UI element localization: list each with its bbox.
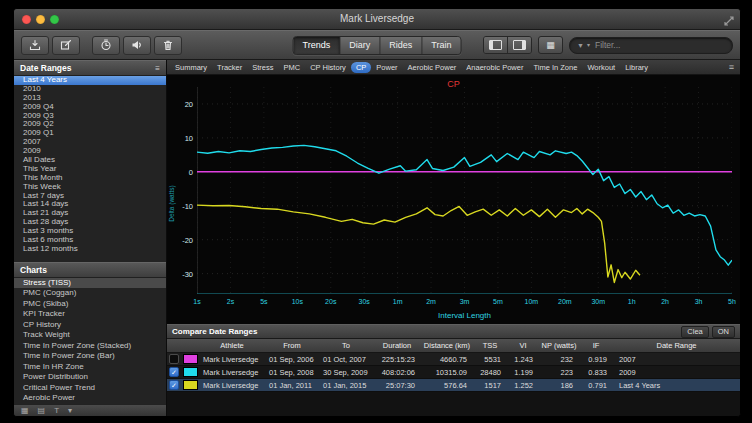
tab-workout[interactable]: Workout [582, 62, 620, 73]
tab-pmc[interactable]: PMC [279, 62, 306, 73]
sidebar-spacer [14, 254, 166, 262]
sidebar-item-2009[interactable]: 2009 [14, 147, 166, 156]
sidebar-item-track-weight[interactable]: Track Weight [14, 330, 166, 341]
sidebar-item-pmc-coggan[interactable]: PMC (Coggan) [14, 288, 166, 299]
sidebar-item-power-distribution[interactable]: Power Distribution [14, 372, 166, 383]
menu-icon[interactable]: ≡ [155, 64, 160, 73]
segment-rides[interactable]: Rides [380, 37, 422, 54]
charts-list: Stress (TISS)PMC (Coggan)PMC (Skiba)KPI … [14, 278, 166, 404]
tab-library[interactable]: Library [620, 62, 653, 73]
text-icon[interactable]: T [54, 407, 59, 415]
sidebar-item-last-12-months[interactable]: Last 12 months [14, 245, 166, 254]
plot-area[interactable] [197, 87, 732, 294]
sidebar-item-time-in-power-zone-stacked[interactable]: Time In Power Zone (Stacked) [14, 341, 166, 352]
x-tick-label: 1h [628, 298, 636, 305]
tab-tracker[interactable]: Tracker [212, 62, 247, 73]
table-row[interactable]: Mark Liversedge01 Sep, 200601 Oct, 20072… [167, 353, 740, 366]
sidebar-item-kpi-tracker[interactable]: KPI Tracker [14, 309, 166, 320]
list-icon[interactable]: ▤ [38, 407, 46, 415]
compose-button[interactable] [52, 36, 80, 55]
dropdown-icon[interactable]: ▾ [68, 407, 72, 415]
row-checkbox[interactable]: ✓ [169, 367, 179, 377]
compare-table-header: AthleteFromToDurationDistance (km)TSSVIN… [167, 339, 740, 353]
sidebar-item-time-in-power-zone-bar[interactable]: Time In Power Zone (Bar) [14, 351, 166, 362]
table-row[interactable]: ✓Mark Liversedge01 Sep, 200830 Sep, 2009… [167, 366, 740, 379]
sidebar-item-this-month[interactable]: This Month [14, 174, 166, 183]
sidebar-item-last-28-days[interactable]: Last 28 days [14, 218, 166, 227]
tab-cp[interactable]: CP [351, 62, 371, 73]
on-button[interactable]: ON [712, 326, 735, 338]
tab-summary[interactable]: Summary [170, 62, 212, 73]
col-duration: Duration [373, 341, 421, 350]
audio-button[interactable] [123, 36, 151, 55]
fullscreen-icon[interactable] [723, 13, 735, 25]
tab-cp-history[interactable]: CP History [305, 62, 351, 73]
toolbar-right: ▦ ▼ ▾ [483, 36, 733, 54]
sidebar-item-2010[interactable]: 2010 [14, 85, 166, 94]
row-checkbox[interactable] [169, 354, 179, 364]
toolbar: TrendsDiaryRidesTrain ▦ ▼ ▾ [14, 30, 740, 60]
timer-button[interactable] [92, 36, 120, 55]
zoom-button[interactable] [50, 15, 59, 24]
menu-icon[interactable]: ≡ [729, 62, 737, 72]
sidebar-item-last-14-days[interactable]: Last 14 days [14, 200, 166, 209]
sidebar-item-last-21-days[interactable]: Last 21 days [14, 209, 166, 218]
sidebar-item-cp-history[interactable]: CP History [14, 320, 166, 331]
segment-trends[interactable]: Trends [294, 37, 341, 54]
tab-power[interactable]: Power [371, 62, 402, 73]
minimize-button[interactable] [36, 15, 45, 24]
layout-right-icon [513, 40, 526, 50]
sidebar-item-2009-q3[interactable]: 2009 Q3 [14, 112, 166, 121]
sidebar-item-last-7-days[interactable]: Last 7 days [14, 192, 166, 201]
delete-button[interactable] [154, 36, 182, 55]
date-ranges-header: Date Ranges ≡ [14, 60, 166, 76]
sidebar-item-this-week[interactable]: This Week [14, 183, 166, 192]
tile-view-button[interactable]: ▦ [538, 36, 563, 54]
tab-anaerobic-power[interactable]: Anaerobic Power [461, 62, 528, 73]
sidebar-item-time-in-hr-zone[interactable]: Time In HR Zone [14, 362, 166, 373]
sidebar-item-last-3-months[interactable]: Last 3 months [14, 227, 166, 236]
filter-field[interactable]: ▼ ▾ [569, 37, 733, 54]
date-ranges-header-label: Date Ranges [20, 63, 72, 73]
series-color-swatch [183, 354, 198, 364]
sidebar-item-this-year[interactable]: This Year [14, 165, 166, 174]
series-color-swatch [183, 380, 198, 390]
segment-diary[interactable]: Diary [340, 37, 380, 54]
table-row[interactable]: ✓Mark Liversedge01 Jan, 201101 Jan, 2015… [167, 379, 740, 392]
sidebar-footer: ▦ ▤ T ▾ [14, 404, 166, 416]
sidebar-item-2013[interactable]: 2013 [14, 94, 166, 103]
sidebar-item-all-dates[interactable]: All Dates [14, 156, 166, 165]
sidebar-item-last-4-years[interactable]: Last 4 Years [14, 76, 166, 85]
clear-button[interactable]: Clea [681, 326, 708, 338]
sidebar-item-critical-power-trend[interactable]: Critical Power Trend [14, 383, 166, 394]
titlebar[interactable]: Mark Liversedge [14, 9, 740, 30]
date-ranges-list: Last 4 Years201020132009 Q42009 Q32009 Q… [14, 76, 166, 254]
compare-title: Compare Date Ranges [172, 327, 257, 336]
x-tick-label: 5m [493, 298, 503, 305]
x-tick-label: 20s [325, 298, 336, 305]
sidebar-item-pmc-skiba[interactable]: PMC (Skiba) [14, 299, 166, 310]
sidebar-left-toggle[interactable] [484, 37, 508, 53]
sidebar-item-last-6-months[interactable]: Last 6 months [14, 236, 166, 245]
sidebar-item-2007[interactable]: 2007 [14, 138, 166, 147]
sidebar-item-stress-tiss[interactable]: Stress (TISS) [14, 278, 166, 289]
distance-cell: 576.64 [421, 381, 473, 390]
tab-stress[interactable]: Stress [247, 62, 278, 73]
sidebar-item-2009-q1[interactable]: 2009 Q1 [14, 129, 166, 138]
segment-train[interactable]: Train [422, 37, 460, 54]
download-button[interactable] [21, 36, 49, 55]
content: Date Ranges ≡ Last 4 Years201020132009 Q… [14, 60, 740, 416]
sidebar-right-toggle[interactable] [508, 37, 531, 53]
tab-aerobic-power[interactable]: Aerobic Power [403, 62, 462, 73]
row-checkbox[interactable]: ✓ [169, 380, 179, 390]
tab-time-in-zone[interactable]: Time In Zone [528, 62, 582, 73]
distance-cell: 10315.09 [421, 368, 473, 377]
sidebar-item-aerobic-power[interactable]: Aerobic Power [14, 393, 166, 404]
close-button[interactable] [22, 15, 31, 24]
grid-icon[interactable]: ▦ [21, 407, 29, 415]
filter-input[interactable] [593, 39, 725, 51]
vi-cell: 1.199 [507, 368, 539, 377]
sidebar-item-2009-q2[interactable]: 2009 Q2 [14, 120, 166, 129]
layout-segmented-control [483, 36, 532, 54]
sidebar-item-2009-q4[interactable]: 2009 Q4 [14, 103, 166, 112]
